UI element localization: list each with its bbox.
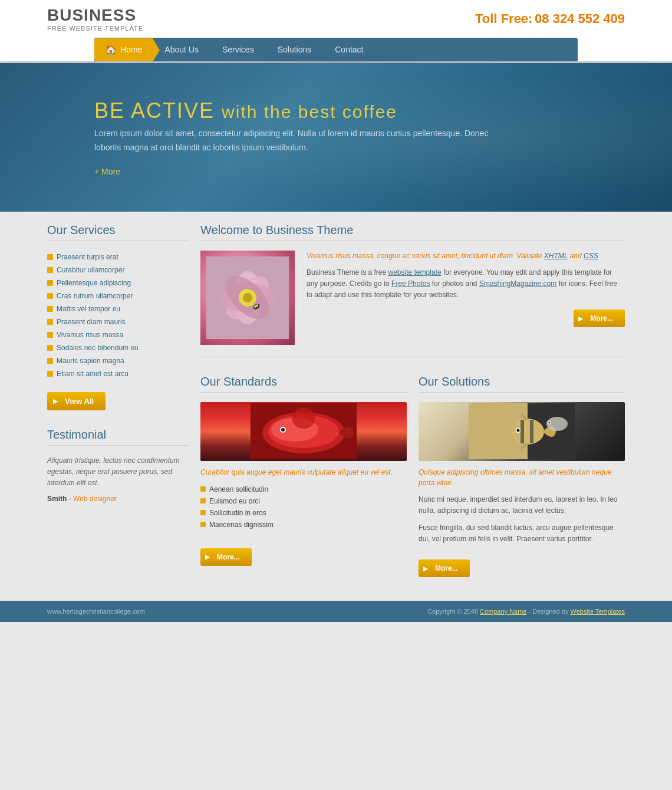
main-content: Welcome to Business Theme	[200, 223, 625, 578]
hero-section: BE ACTIVE with the best coffee Lorem ips…	[0, 63, 672, 212]
list-item: Maecenas dignissim	[200, 519, 407, 531]
xhtml-link[interactable]: XHTML	[544, 252, 568, 260]
navigation: 🏠 Home About Us Services Solutions Conta…	[94, 38, 578, 61]
footer: www.heritagechristiancollege.com Copyrig…	[0, 601, 672, 622]
welcome-section: Welcome to Business Theme	[200, 223, 625, 357]
svg-point-13	[292, 407, 315, 429]
hero-headline-yellow: with the best coffee	[222, 102, 397, 121]
services-list: Praesent turpis eratCurabitur ullamcorpe…	[47, 251, 189, 380]
logo-title: BUSINESS	[47, 6, 143, 25]
website-template-link[interactable]: website template	[388, 268, 442, 276]
svg-point-6	[243, 293, 252, 302]
welcome-grid: Vivamus risus massa, congue ac varius si…	[200, 251, 625, 345]
logo: BUSINESS FREE WEBSITE TEMPLATE	[47, 6, 143, 32]
standards-more-button[interactable]: More...	[200, 548, 252, 566]
solutions-italic: Quisque adipiscing ultrices massa, sit a…	[419, 467, 625, 488]
list-item[interactable]: Sodales nec bibendum eu	[47, 341, 189, 354]
list-item[interactable]: Cras rutrum ullamcorper	[47, 289, 189, 302]
css-link[interactable]: CSS	[584, 252, 598, 260]
solutions-title: Our Solutions	[419, 375, 625, 393]
list-item[interactable]: Praesent turpis erat	[47, 251, 189, 264]
nav-home-label: Home	[120, 45, 142, 54]
hero-headline: BE ACTIVE with the best coffee	[94, 98, 578, 123]
list-item[interactable]: Praesent diam mauris	[47, 315, 189, 328]
header: BUSINESS FREE WEBSITE TEMPLATE Toll Free…	[0, 0, 672, 38]
free-photos-link[interactable]: Free Photos	[391, 279, 430, 288]
list-item[interactable]: Etiam sit amet est arcu	[47, 367, 189, 380]
svg-point-22	[517, 429, 520, 432]
svg-point-15	[281, 428, 285, 432]
welcome-title: Welcome to Business Theme	[200, 223, 625, 241]
welcome-italic: Vivamus risus massa, congue ac varius si…	[307, 251, 625, 261]
footer-website-templates-link[interactable]: Website Templates	[570, 608, 625, 615]
standards-image	[200, 402, 407, 461]
nav-contact[interactable]: Contact	[323, 38, 375, 61]
sidebar: Our Services Praesent turpis eratCurabit…	[47, 223, 189, 578]
smashing-link[interactable]: SmashingMagazine.com	[479, 279, 556, 288]
testimonial-dash: -	[69, 495, 73, 503]
welcome-image	[200, 251, 295, 345]
list-item: Aenean sollicitudin	[200, 483, 407, 495]
testimonial-title: Testimonial	[47, 428, 189, 446]
testimonial-author: Smith - Web designer	[47, 495, 189, 503]
standards-list: Aenean sollicitudinEuismod eu orciSollic…	[200, 483, 407, 531]
footer-designed-by: - Designed by	[529, 608, 571, 615]
standards-more-label: More...	[217, 553, 240, 561]
our-services-title: Our Services	[47, 223, 189, 241]
welcome-body: Business Theme is a free website templat…	[307, 267, 625, 301]
solutions-image	[419, 402, 625, 461]
toll-free: Toll Free: 08 324 552 409	[475, 11, 625, 27]
svg-rect-19	[521, 420, 524, 443]
svg-point-25	[549, 422, 551, 424]
lower-grid: Our Standards	[200, 375, 625, 578]
hero-more-link[interactable]: + More	[94, 167, 578, 176]
toll-free-label: Toll Free:	[475, 11, 532, 26]
standards-italic: Curabitur quis augue eget mauris vulputa…	[200, 467, 407, 478]
solutions-body1: Nunc mi neque, imperdiet sed interdum eu…	[419, 494, 625, 516]
list-item[interactable]: Mauris sapien magna	[47, 354, 189, 367]
welcome-more-label: More...	[590, 314, 613, 322]
nav-solutions[interactable]: Solutions	[266, 38, 324, 61]
svg-rect-20	[530, 420, 533, 443]
solutions-body2: Fusce fringilla, dui sed blandit luctus,…	[419, 522, 625, 545]
standards-section: Our Standards	[200, 375, 407, 578]
footer-company-link[interactable]: Company Name	[480, 608, 526, 615]
hero-headline-white: BE ACTIVE	[94, 98, 215, 123]
view-all-label: View All	[65, 397, 94, 406]
testimonial-section: Testimonial Aliquam tristique, lectus ne…	[47, 428, 189, 503]
view-all-button[interactable]: View All	[47, 392, 106, 410]
footer-copyright: Copyright © 2048	[427, 608, 480, 615]
content-grid: Our Services Praesent turpis eratCurabit…	[47, 223, 625, 578]
solutions-section: Our Solutions	[419, 375, 625, 578]
svg-point-18	[511, 419, 544, 445]
list-item[interactable]: Curabitur ullamcorper	[47, 264, 189, 276]
testimonial-author-name: Smith	[47, 495, 67, 503]
list-item[interactable]: Pellentesque adipiscing	[47, 276, 189, 289]
welcome-text-area: Vivamus risus massa, congue ac varius si…	[307, 251, 625, 345]
testimonial-text: Aliquam tristique, lectus nec condimentu…	[47, 455, 189, 489]
welcome-more-button[interactable]: More...	[574, 310, 625, 327]
hero-description: Lorem ipsum dolor sit amet, consectetur …	[94, 127, 507, 155]
list-item[interactable]: Mattis vel tempor eu	[47, 302, 189, 315]
logo-subtitle: FREE WEBSITE TEMPLATE	[47, 25, 143, 32]
home-icon: 🏠	[105, 44, 117, 55]
toll-free-number: 08 324 552 409	[535, 11, 625, 26]
main-wrapper: Our Services Praesent turpis eratCurabit…	[0, 212, 672, 601]
testimonial-author-role[interactable]: Web designer	[73, 495, 117, 503]
nav-about[interactable]: About Us	[153, 38, 210, 61]
list-item: Sollicitudin in eros	[200, 507, 407, 519]
footer-center: Copyright © 2048 Company Name - Designed…	[427, 608, 625, 615]
nav-services[interactable]: Services	[210, 38, 266, 61]
footer-left: www.heritagechristiancollege.com	[47, 608, 145, 615]
standards-title: Our Standards	[200, 375, 407, 393]
list-item: Euismod eu orci	[200, 495, 407, 507]
solutions-more-label: More...	[435, 564, 458, 572]
list-item[interactable]: Vivamus risus massa	[47, 328, 189, 341]
nav-home[interactable]: 🏠 Home	[94, 38, 153, 61]
solutions-more-button[interactable]: More...	[419, 559, 470, 577]
